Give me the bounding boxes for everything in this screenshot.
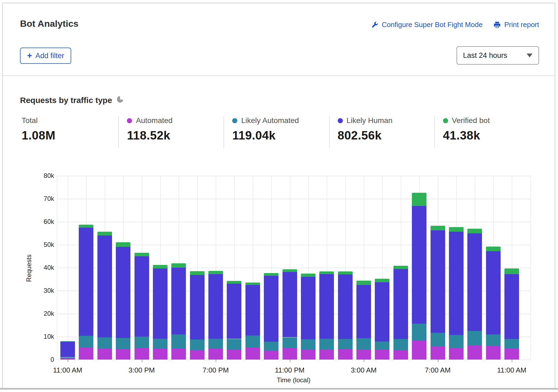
- time-range-dropdown[interactable]: Last 24 hours: [457, 46, 539, 65]
- bar-segment-likely-human[interactable]: [486, 251, 501, 335]
- bar-segment-verified-bot[interactable]: [504, 268, 519, 274]
- bar-segment-verified-bot[interactable]: [431, 226, 445, 230]
- bar-segment-likely-human[interactable]: [153, 268, 168, 338]
- bar-segment-automated[interactable]: [449, 348, 464, 360]
- bar-segment-automated[interactable]: [264, 351, 278, 360]
- bar-segment-automated[interactable]: [504, 348, 519, 360]
- bar-segment-likely-human[interactable]: [190, 275, 205, 340]
- bar-segment-automated[interactable]: [134, 348, 149, 360]
- bar-segment-automated[interactable]: [227, 350, 241, 360]
- bar-segment-automated[interactable]: [245, 347, 260, 360]
- bar-segment-likely-automated[interactable]: [319, 339, 334, 350]
- bar-segment-likely-automated[interactable]: [79, 336, 93, 347]
- bar-segment-likely-human[interactable]: [375, 282, 389, 341]
- bar-segment-likely-human[interactable]: [449, 232, 464, 335]
- bar-segment-likely-automated[interactable]: [393, 339, 408, 350]
- bar-segment-verified-bot[interactable]: [245, 283, 260, 285]
- bar-segment-automated[interactable]: [338, 349, 353, 360]
- bar-segment-automated[interactable]: [153, 349, 168, 360]
- bar-segment-likely-human[interactable]: [60, 342, 75, 357]
- bar-segment-automated[interactable]: [356, 350, 371, 360]
- bar-segment-likely-automated[interactable]: [412, 324, 426, 341]
- bar-segment-verified-bot[interactable]: [208, 271, 223, 274]
- bar-segment-likely-human[interactable]: [338, 274, 353, 339]
- bar-segment-verified-bot[interactable]: [486, 247, 501, 251]
- bar-segment-verified-bot[interactable]: [412, 193, 426, 206]
- bar-segment-automated[interactable]: [171, 348, 186, 360]
- bar-segment-verified-bot[interactable]: [171, 263, 186, 268]
- bar-segment-verified-bot[interactable]: [467, 229, 482, 233]
- bar-segment-likely-human[interactable]: [171, 268, 186, 334]
- bar-segment-automated[interactable]: [79, 347, 93, 360]
- bar-segment-automated[interactable]: [375, 350, 389, 360]
- bar-segment-automated[interactable]: [393, 350, 408, 360]
- bar-segment-verified-bot[interactable]: [319, 271, 334, 274]
- bar-segment-likely-automated[interactable]: [356, 338, 371, 350]
- stat-automated[interactable]: Automated 118.52k: [118, 116, 224, 148]
- bar-segment-likely-human[interactable]: [504, 274, 519, 339]
- bar-segment-verified-bot[interactable]: [264, 273, 278, 275]
- bar-segment-likely-automated[interactable]: [190, 340, 205, 350]
- bar-segment-automated[interactable]: [190, 350, 205, 360]
- bar-segment-automated[interactable]: [97, 349, 112, 360]
- stat-total[interactable]: Total 1.08M: [20, 116, 118, 148]
- bar-segment-likely-automated[interactable]: [264, 342, 278, 351]
- bar-segment-automated[interactable]: [283, 348, 297, 360]
- bar-segment-automated[interactable]: [319, 350, 334, 360]
- bar-segment-verified-bot[interactable]: [283, 269, 297, 272]
- bar-segment-likely-human[interactable]: [134, 256, 149, 337]
- bar-segment-likely-automated[interactable]: [208, 339, 223, 349]
- bar-segment-verified-bot[interactable]: [393, 266, 408, 269]
- bar-segment-likely-automated[interactable]: [467, 331, 482, 346]
- bar-segment-likely-human[interactable]: [245, 285, 260, 335]
- bar-segment-likely-automated[interactable]: [338, 339, 353, 349]
- bar-segment-verified-bot[interactable]: [97, 232, 112, 235]
- bar-segment-likely-human[interactable]: [227, 284, 241, 339]
- bar-segment-verified-bot[interactable]: [79, 225, 93, 228]
- bar-segment-likely-human[interactable]: [319, 274, 334, 339]
- bar-segment-verified-bot[interactable]: [356, 281, 371, 285]
- stat-verified-bot[interactable]: Verified bot 41.38k: [434, 116, 540, 148]
- bar-segment-verified-bot[interactable]: [153, 265, 168, 269]
- bar-segment-likely-human[interactable]: [356, 285, 371, 338]
- bar-segment-likely-automated[interactable]: [153, 339, 168, 349]
- bar-segment-automated[interactable]: [486, 346, 501, 360]
- bar-segment-likely-human[interactable]: [264, 276, 278, 342]
- bar-segment-likely-automated[interactable]: [301, 339, 316, 349]
- bar-segment-likely-automated[interactable]: [171, 334, 186, 348]
- bar-segment-likely-automated[interactable]: [431, 333, 445, 347]
- bar-segment-automated[interactable]: [412, 341, 426, 360]
- bar-segment-likely-automated[interactable]: [97, 337, 112, 349]
- bar-segment-likely-human[interactable]: [283, 272, 297, 337]
- bar-segment-likely-automated[interactable]: [449, 335, 464, 348]
- bar-segment-automated[interactable]: [301, 350, 316, 360]
- bar-segment-likely-automated[interactable]: [504, 339, 519, 348]
- bar-segment-likely-human[interactable]: [467, 233, 482, 331]
- bar-segment-likely-human[interactable]: [412, 206, 426, 324]
- bar-segment-likely-automated[interactable]: [134, 337, 149, 348]
- stat-likely-automated[interactable]: Likely Automated 119.04k: [224, 116, 329, 148]
- configure-super-bot-fight-mode-link[interactable]: Configure Super Bot Fight Mode: [371, 21, 483, 29]
- bar-segment-likely-automated[interactable]: [283, 337, 297, 348]
- bar-segment-likely-automated[interactable]: [245, 335, 260, 347]
- bar-segment-verified-bot[interactable]: [227, 281, 241, 283]
- bar-segment-automated[interactable]: [116, 349, 130, 360]
- bar-segment-likely-human[interactable]: [116, 247, 130, 338]
- bar-segment-automated[interactable]: [467, 345, 482, 360]
- bar-segment-likely-human[interactable]: [393, 269, 408, 339]
- print-report-link[interactable]: Print report: [493, 21, 539, 29]
- bar-segment-likely-automated[interactable]: [227, 339, 241, 350]
- bar-segment-likely-human[interactable]: [79, 228, 93, 336]
- bar-segment-likely-human[interactable]: [208, 274, 223, 339]
- bar-segment-likely-automated[interactable]: [116, 338, 130, 349]
- add-filter-button[interactable]: + Add filter: [20, 48, 71, 64]
- bar-segment-likely-human[interactable]: [301, 277, 316, 339]
- bar-segment-verified-bot[interactable]: [134, 253, 149, 257]
- bar-segment-verified-bot[interactable]: [116, 242, 130, 247]
- stat-likely-human[interactable]: Likely Human 802.56k: [329, 116, 434, 148]
- bar-segment-verified-bot[interactable]: [449, 227, 464, 232]
- bar-segment-automated[interactable]: [431, 347, 445, 360]
- bar-segment-automated[interactable]: [208, 349, 223, 360]
- bar-segment-likely-automated[interactable]: [486, 334, 501, 346]
- bar-segment-verified-bot[interactable]: [301, 274, 316, 277]
